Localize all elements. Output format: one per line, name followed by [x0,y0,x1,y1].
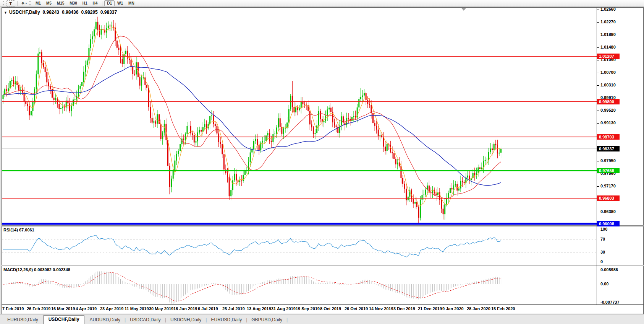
date-label: 7 Feb 2019 [2,306,24,311]
price-tick-label: 1.00700 [600,70,616,75]
ohlc-high: 0.98436 [62,10,78,15]
price-tick-mark [597,73,599,73]
price-tick-mark [597,35,599,35]
macd-label: MACD(12,26,9) [3,267,33,272]
price-level-badge: 0.98703 [597,134,620,140]
chevron-down-icon: ▾ [25,2,27,5]
price-tick-label: 1.02270 [600,20,616,24]
toolbar-separator [102,1,102,6]
date-label: 4 Apr 2019 [76,306,97,311]
chart-tab-eurusd-5[interactable]: EURUSD,Daily [207,316,246,324]
rsi-tick-label: 30 [600,250,605,254]
macd-tick-label: 0.00 [600,282,608,286]
toolbar-grip-handle[interactable] [29,1,31,5]
timeframe-button-h4[interactable]: H4 [90,0,100,6]
panel-splitter[interactable] [2,225,644,226]
date-label: 28 Jan 2020 [467,306,490,311]
collapse-icon[interactable]: ▼ [4,11,7,15]
price-tick-label: 1.02660 [600,7,616,11]
chart-tab-usdcad-3[interactable]: USDCAD,Daily [126,316,165,324]
date-label: 8 Oct 2019 [320,306,341,311]
price-tick-mark [597,22,599,23]
timeframe-button-h1[interactable]: H1 [80,0,90,6]
price-level-badge: 1.01207 [597,54,620,59]
price-tick-label: 0.97170 [600,184,616,188]
chart-objects-icon: ❖ [21,1,25,5]
price-axis-line [597,8,597,304]
top-toolbar: T ❖ ▾ M1M5M15M30H1H4D1W1MN [0,0,644,7]
chart-tab-usdcnh-4[interactable]: USDCNH,Daily [166,316,205,324]
macd-tick-label: 0.005986 [600,267,618,272]
timeframe-button-group: M1M5M15M30H1H4D1W1MN [33,0,137,6]
timeframe-button-m30[interactable]: M30 [67,0,79,6]
macd-indicator-panel[interactable] [2,266,597,304]
timeframe-button-d1[interactable]: D1 [104,0,115,6]
price-tick-mark [597,111,599,111]
date-label: 3 Dec 2019 [393,306,415,311]
price-tick-mark [597,174,599,174]
price-tick-label: 0.99520 [600,108,616,112]
timeframe-button-mn[interactable]: MN [126,0,137,6]
rsi-value: 67.0061 [19,228,34,232]
price-tick-mark [597,85,599,86]
price-level-badge: 0.96803 [597,195,620,201]
panel-splitter[interactable] [2,265,644,266]
price-tick-label: 1.01880 [600,32,616,37]
rsi-tick-label: 0 [600,259,603,264]
chart-title: ▼USDCHF,Daily0.982430.984360.982050.9833… [4,10,117,15]
text-tool-button[interactable]: T [6,0,15,7]
ma-fast-line [3,27,501,206]
date-label: 23 Apr 2019 [100,306,123,311]
timeframe-button-m1[interactable]: M1 [33,0,44,6]
price-tick-mark [597,123,599,124]
mt4-terminal: { "icons": { "collapse": "▼", "caret": "… [0,0,644,324]
macd-title: MACD(12,26,9) 0.003082 0.002348 [3,267,70,272]
ma-slow-line [3,67,501,186]
chart-shift-marker[interactable] [461,8,466,11]
timeframe-button-m15[interactable]: M15 [54,0,67,6]
chart-tab-audusd-2[interactable]: AUDUSD,Daily [85,316,125,324]
macd-value-main: 0.003082 [34,267,52,272]
date-label: 30 May 2019 [149,306,173,311]
date-label: 14 Nov 2019 [369,306,393,311]
date-label: 26 Feb 2019 [27,306,50,311]
date-label: 15 Feb 2020 [491,306,515,311]
date-label: 25 Jul 2019 [222,306,245,311]
time-axis-line [2,304,644,305]
macd-value-signal: 0.002348 [53,267,70,272]
timeframe-button-m5[interactable]: M5 [44,0,54,6]
timeframe-button-w1[interactable]: W1 [115,0,126,6]
macd-tick-label: -0.007737 [600,300,620,304]
price-tick-mark [597,186,599,187]
price-tick-mark [597,47,599,48]
date-label: 16 Mar 2019 [51,306,75,311]
date-label: 9 Jan 2020 [442,306,464,311]
rsi-line [3,235,501,257]
rsi-indicator-panel[interactable] [2,226,597,265]
chart-tab-eurusd-0[interactable]: EURUSD,Daily [3,316,42,324]
tab-separator: | [286,317,288,324]
chart-objects-button[interactable]: ❖ ▾ [19,0,29,7]
price-tick-mark [597,98,599,98]
price-chart-panel[interactable] [2,8,597,225]
rsi-label: RSI(14) [3,228,18,232]
price-tick-label: 0.97950 [600,158,616,163]
price-level-badge: 0.97658 [597,168,620,173]
price-tick-mark [597,161,599,161]
chart-tab-bar: EURUSD,DailyUSDCHF,DailyAUDUSD,Daily|USD… [0,314,644,324]
price-tick-label: 1.00310 [600,83,616,87]
price-tick-mark [597,10,599,10]
chart-tab-gbpusd-6[interactable]: GBPUSD,Daily [247,316,286,324]
toolbar-grip-handle[interactable] [3,1,4,5]
ohlc-close: 0.98337 [100,10,117,15]
current-price-badge: 0.98337 [597,146,620,151]
chart-tab-usdchf-1[interactable]: USDCHF,Daily [43,315,85,324]
price-tick-mark [597,212,599,212]
price-tick-label: 0.99130 [600,120,616,125]
ohlc-open: 0.98243 [43,10,59,15]
toolbar-separator [17,1,18,6]
price-tick-mark [597,60,599,60]
date-label: 26 Oct 2019 [345,306,368,311]
chart-symbol-label: USDCHF,Daily [9,10,40,15]
date-label: 19 Sep 2019 [296,306,320,311]
